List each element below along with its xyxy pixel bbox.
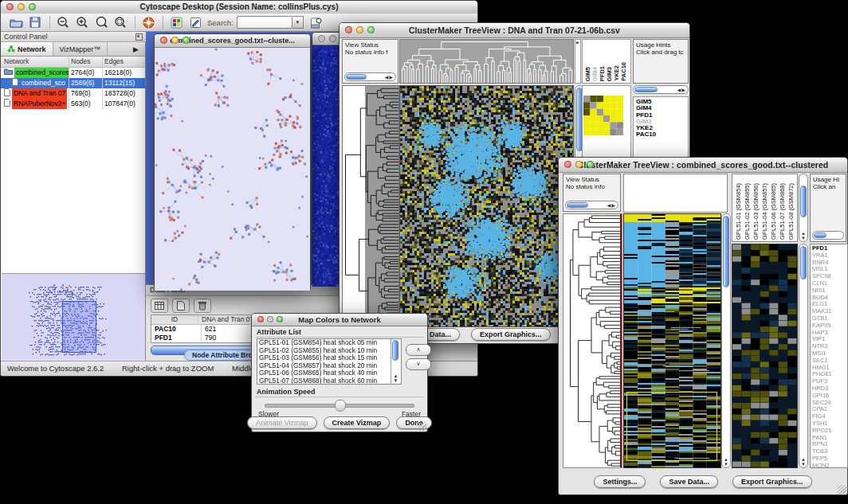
network-row[interactable]: combined_scores2764(0)16218(0) xyxy=(1,68,145,78)
attribute-list-item[interactable]: GPL51-07 (GSM868) heat shock 60 min xyxy=(257,377,401,385)
tv2-row-dendrogram-canvas[interactable] xyxy=(563,214,622,467)
new-attribute-icon[interactable] xyxy=(172,299,190,313)
tab-network[interactable]: Network xyxy=(1,42,53,56)
network-row[interactable]: combined_sco2569(6)13112(15) xyxy=(1,78,145,88)
dialog-title-bar[interactable]: Map Colors to Network xyxy=(252,314,427,326)
animation-speed-slider[interactable] xyxy=(265,404,414,408)
zoom-button[interactable] xyxy=(183,37,190,44)
close-button[interactable] xyxy=(564,161,571,168)
tv2-zoom-heatmap[interactable] xyxy=(732,244,798,468)
scroll-arrows[interactable]: ◀▶ xyxy=(607,202,616,209)
tv1-row-dendrogram[interactable] xyxy=(342,85,399,327)
scroll-thumb[interactable] xyxy=(800,186,807,217)
tv2-row-dendrogram[interactable] xyxy=(563,213,622,468)
minimize-button[interactable] xyxy=(575,161,583,168)
search-dropdown-arrow[interactable]: ▾ xyxy=(292,16,304,29)
resize-grip[interactable] xyxy=(418,422,426,431)
tv2-status-hscrollbar[interactable]: ◀▶ xyxy=(565,201,618,209)
scroll-thumb[interactable] xyxy=(634,87,658,92)
tv2-zoom-heatmap-canvas[interactable] xyxy=(732,244,797,467)
move-up-button[interactable]: ∧ xyxy=(406,344,431,356)
map-colors-dialog[interactable]: Map Colors to Network Attribute List GPL… xyxy=(251,313,428,432)
network-window-title-bar[interactable]: combined_scores_good.txt--cluste... xyxy=(155,34,310,48)
scroll-thumb[interactable] xyxy=(392,340,398,361)
tv2-column-tree-area[interactable] xyxy=(623,174,728,213)
minimize-button[interactable] xyxy=(171,37,179,44)
minimize-button[interactable] xyxy=(267,316,273,322)
search-input[interactable] xyxy=(237,16,292,29)
zoom-selected-icon[interactable] xyxy=(92,15,110,30)
tab-vizmapper[interactable]: VizMapper™ xyxy=(53,42,108,56)
scroll-arrows[interactable]: ◀▶ xyxy=(385,74,394,80)
tab-overflow-arrow[interactable]: ▶ xyxy=(127,42,145,56)
minimize-button[interactable] xyxy=(18,3,25,10)
tv2-gene-vscrollbar[interactable]: ▲▼ xyxy=(799,244,808,468)
attribute-table-icon[interactable] xyxy=(151,299,168,313)
tv2-heatmap-vscrollbar[interactable]: ▲▼ xyxy=(721,213,731,468)
scroll-thumb[interactable] xyxy=(346,74,367,80)
main-title-bar[interactable]: Cytoscape Desktop (Session Name: collins… xyxy=(1,1,477,14)
slider-thumb[interactable] xyxy=(335,400,346,412)
attribute-list-vscrollbar[interactable]: ▲▼ xyxy=(391,339,400,384)
tv2-usage-hscrollbar[interactable] xyxy=(812,231,844,240)
close-button[interactable] xyxy=(345,26,352,33)
tv1-splitter[interactable]: ▶ xyxy=(575,39,581,84)
scroll-arrows[interactable]: ◀▶ xyxy=(677,87,686,93)
network-row[interactable]: DNA and Tran 07769(0)183728(0) xyxy=(1,88,145,99)
animate-vizmap-button[interactable]: Animate Vizmap xyxy=(247,416,316,429)
tv1-correlation-matrix-canvas[interactable] xyxy=(583,96,623,135)
minimize-button[interactable] xyxy=(329,35,336,42)
birdseye-overview[interactable] xyxy=(2,273,145,361)
annotation-icon[interactable] xyxy=(186,15,204,30)
attribute-listbox[interactable]: GPL51-01 (GSM854) heat shock 05 minGPL51… xyxy=(257,338,402,385)
network-graph-canvas[interactable] xyxy=(155,48,310,291)
tv1-heatmap[interactable] xyxy=(399,85,574,327)
scroll-thumb[interactable] xyxy=(800,246,807,279)
scroll-arrows[interactable]: ▲▼ xyxy=(391,373,400,383)
zoom-button[interactable] xyxy=(29,3,36,10)
zoom-fit-icon[interactable] xyxy=(112,15,129,30)
zoom-out-icon[interactable] xyxy=(54,15,72,30)
create-vizmap-button[interactable]: Create Vizmap xyxy=(324,416,391,429)
tv1-heatmap-canvas[interactable] xyxy=(400,86,573,326)
treeview2-window[interactable]: ClusterMaker TreeView : combined_scores_… xyxy=(558,157,848,495)
scroll-thumb[interactable] xyxy=(814,232,826,238)
close-button[interactable] xyxy=(257,316,264,322)
settings-button[interactable]: Settings... xyxy=(594,475,646,488)
delete-attribute-icon[interactable] xyxy=(194,299,211,313)
done-button[interactable]: Done xyxy=(396,416,432,429)
close-button[interactable] xyxy=(6,3,14,10)
open-folder-icon[interactable] xyxy=(7,15,25,30)
network-view-window[interactable]: combined_scores_good.txt--cluste... xyxy=(154,33,311,291)
float-panel-icon[interactable] xyxy=(135,33,143,41)
tv1-row-dendrogram-canvas[interactable] xyxy=(343,86,398,326)
vizmap-palette-icon[interactable] xyxy=(167,15,185,30)
scroll-arrows[interactable]: ▲▼ xyxy=(799,231,807,240)
zoom-button[interactable] xyxy=(367,26,375,33)
network-row[interactable]: RNAPuberNov2+563(0)107847(0) xyxy=(1,99,145,109)
export-graphics-button[interactable]: Export Graphics... xyxy=(732,475,812,488)
export-graphics-button[interactable]: Export Graphics... xyxy=(471,328,551,341)
move-down-button[interactable]: ∨ xyxy=(406,358,431,370)
tv2-heatmap-canvas[interactable] xyxy=(624,214,720,467)
scroll-thumb[interactable] xyxy=(723,216,729,287)
minimize-button[interactable] xyxy=(356,26,363,33)
scroll-arrows[interactable]: ▲▼ xyxy=(722,457,730,467)
zoom-in-icon[interactable] xyxy=(73,15,91,30)
tv2-heatmap[interactable] xyxy=(623,213,721,468)
tv1-status-hscrollbar[interactable]: ◀▶ xyxy=(344,72,396,81)
help-lifering-icon[interactable] xyxy=(139,15,157,30)
save-data-button[interactable]: Save Data... xyxy=(660,475,718,488)
scroll-thumb[interactable] xyxy=(567,202,588,208)
tv2-collabel-vscrollbar[interactable]: ▲▼ xyxy=(799,174,808,242)
treeview1-title-bar[interactable]: ClusterMaker TreeView : DNA and Tran 07-… xyxy=(340,23,689,38)
zoom-button[interactable] xyxy=(587,161,594,168)
tv1-usage-hscrollbar[interactable]: ◀▶ xyxy=(633,85,689,94)
treeview2-title-bar[interactable]: ClusterMaker TreeView : combined_scores_… xyxy=(559,158,847,173)
zoom-button[interactable] xyxy=(277,316,283,322)
resize-grip[interactable] xyxy=(838,485,846,494)
search-index-icon[interactable] xyxy=(308,15,325,30)
tv1-column-dendrogram-canvas[interactable] xyxy=(400,40,573,83)
save-icon[interactable] xyxy=(26,15,44,30)
birdseye-canvas[interactable] xyxy=(2,274,145,360)
